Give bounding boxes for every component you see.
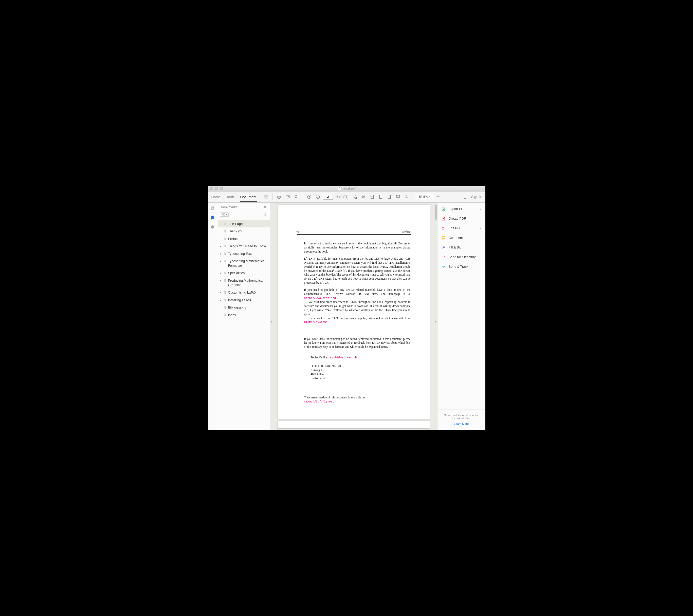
create-icon xyxy=(441,216,446,221)
collapse-right-handle[interactable]: ▶ xyxy=(435,316,437,327)
collapse-left-handle[interactable]: ◀ xyxy=(270,316,273,327)
bookmark-item[interactable]: ▶Typesetting Text xyxy=(218,250,270,258)
svg-rect-23 xyxy=(212,207,214,210)
pdf-file-icon xyxy=(338,187,341,190)
tools-item-create[interactable]: Create PDF⌄ xyxy=(437,214,486,223)
bookmarks-panel: Bookmarks ▾ Title PageThank you!Preface▶… xyxy=(218,203,270,430)
bookmark-item[interactable]: Title Page xyxy=(218,220,270,228)
app-window: lshort.pdf Home Tools Document (6 of 171… xyxy=(208,186,486,430)
page-display-button[interactable] xyxy=(385,193,393,201)
disclosure-triangle-icon[interactable]: ▶ xyxy=(219,252,222,255)
bookmark-label: Things You Need to Know xyxy=(228,244,268,248)
close-panel-button[interactable] xyxy=(263,205,267,209)
tab-document[interactable]: Document xyxy=(240,192,257,202)
more-tools-button[interactable] xyxy=(435,193,442,201)
sign-in-link[interactable]: Sign In xyxy=(471,195,482,199)
next-page-button[interactable] xyxy=(314,193,322,201)
running-head-left: vi xyxy=(297,230,299,234)
svg-point-21 xyxy=(464,198,465,198)
thumbnails-rail-button[interactable] xyxy=(210,206,215,211)
chevron-down-icon: ⌄ xyxy=(480,217,482,220)
search-button[interactable] xyxy=(293,193,300,201)
cloud-button[interactable] xyxy=(403,193,410,201)
body-text: You will find other references to CTAN t… xyxy=(304,300,411,316)
zoom-select[interactable]: 58,5% xyxy=(416,194,434,200)
minimize-window-button[interactable] xyxy=(215,187,218,190)
comment-icon xyxy=(441,235,446,240)
disclosure-triangle-icon[interactable]: ▶ xyxy=(219,260,222,263)
zoom-window-button[interactable] xyxy=(220,187,223,190)
document-viewport[interactable]: ◀ vi Preface It is important to read the… xyxy=(270,203,437,430)
body-text: If you have ideas for something to be ad… xyxy=(304,337,411,349)
svg-rect-26 xyxy=(442,227,443,228)
tools-item-label: Create PDF xyxy=(449,217,466,220)
bookmark-item[interactable]: Index xyxy=(218,311,270,319)
bookmark-icon xyxy=(223,252,226,255)
read-mode-button[interactable] xyxy=(394,193,402,201)
chevron-down-icon: ⌄ xyxy=(480,226,482,230)
svg-rect-13 xyxy=(379,195,382,199)
bookmark-label: Preface xyxy=(228,237,268,241)
disclosure-triangle-icon[interactable]: ▶ xyxy=(219,271,222,274)
bookmarks-rail-button[interactable] xyxy=(210,215,215,220)
bookmark-label: Thank you! xyxy=(228,229,268,233)
disclosure-triangle-icon[interactable]: ▶ xyxy=(219,291,222,294)
bookmark-label: Typesetting Mathematical Formulae xyxy=(228,259,268,268)
zoom-out-button[interactable] xyxy=(360,193,367,201)
add-bookmark-button[interactable] xyxy=(263,212,267,217)
titlebar: lshort.pdf xyxy=(208,186,486,191)
bookmarks-options-dropdown[interactable]: ▾ xyxy=(220,212,229,217)
bookmark-item[interactable]: ▶Installing LaTeX xyxy=(218,296,270,304)
address-line: 4600 Olten xyxy=(311,372,411,376)
body-text: If you want to run LᴬTᴇX on your own com… xyxy=(304,316,411,325)
email-link[interactable]: <tobi@oetiker.ch> xyxy=(330,356,358,359)
body-text: It is important to read the chapters in … xyxy=(304,242,411,254)
disclosure-triangle-icon[interactable]: ▶ xyxy=(219,245,222,248)
main-tabs: Home Tools Document xyxy=(211,192,257,202)
bookmark-item[interactable]: ▶Customising LaTeX xyxy=(218,289,270,296)
tools-item-edit[interactable]: Edit PDF⌄ xyxy=(437,223,486,233)
bookmark-item[interactable]: ▶Things You Need to Know xyxy=(218,242,270,250)
attachments-rail-button[interactable] xyxy=(210,224,215,229)
save-button[interactable] xyxy=(262,193,270,201)
tools-panel: Export PDF⌄Create PDF⌄Edit PDF⌄CommentFi… xyxy=(437,203,486,430)
edit-icon xyxy=(441,226,446,230)
bookmark-label: Bibliography xyxy=(228,305,268,310)
bookmark-item[interactable]: Bibliography xyxy=(218,304,270,311)
bookmark-icon xyxy=(223,222,226,226)
tools-item-label: Fill & Sign xyxy=(449,245,463,249)
tools-item-fillsign[interactable]: Fill & Sign xyxy=(437,243,486,252)
prev-page-button[interactable] xyxy=(305,193,313,201)
bookmark-item[interactable]: Thank you! xyxy=(218,227,270,235)
tools-item-export[interactable]: Export PDF⌄ xyxy=(437,204,486,214)
bookmark-icon xyxy=(223,229,226,233)
url-link[interactable]: CTAN://systems xyxy=(304,321,328,324)
url-link[interactable]: http://www.ctan.org xyxy=(304,296,336,300)
tab-tools[interactable]: Tools xyxy=(226,192,235,202)
email-button[interactable] xyxy=(284,193,292,201)
page-number-input[interactable] xyxy=(323,194,333,200)
mobile-link-button[interactable] xyxy=(461,193,469,201)
bookmark-item[interactable]: Preface xyxy=(218,235,270,243)
fit-width-button[interactable] xyxy=(368,193,376,201)
separator xyxy=(413,193,413,200)
bookmark-item[interactable]: ▶Producing Mathematical Graphics xyxy=(218,277,270,289)
close-window-button[interactable] xyxy=(210,187,213,190)
bookmark-item[interactable]: ▶Typesetting Mathematical Formulae xyxy=(218,257,270,269)
url-link[interactable]: CTAN://info/lshort xyxy=(304,400,334,403)
print-button[interactable] xyxy=(275,193,283,201)
disclosure-triangle-icon[interactable]: ▶ xyxy=(219,299,222,302)
tab-home[interactable]: Home xyxy=(211,192,221,202)
learn-more-link[interactable]: Learn More xyxy=(442,422,480,425)
scrollbar-thumb[interactable] xyxy=(435,205,437,220)
tools-item-sendtrack[interactable]: Send & Track xyxy=(437,262,486,271)
fillsign-icon xyxy=(441,245,446,250)
nav-rail xyxy=(208,203,218,430)
disclosure-triangle-icon[interactable]: ▶ xyxy=(219,279,222,282)
fit-page-button[interactable] xyxy=(377,193,384,201)
tools-item-comment[interactable]: Comment xyxy=(437,233,486,243)
tools-item-sendforsig[interactable]: xSend for Signature xyxy=(437,252,486,262)
svg-rect-22 xyxy=(212,207,213,209)
marquee-zoom-button[interactable] xyxy=(351,193,359,201)
bookmark-item[interactable]: ▶Specialities xyxy=(218,269,270,277)
